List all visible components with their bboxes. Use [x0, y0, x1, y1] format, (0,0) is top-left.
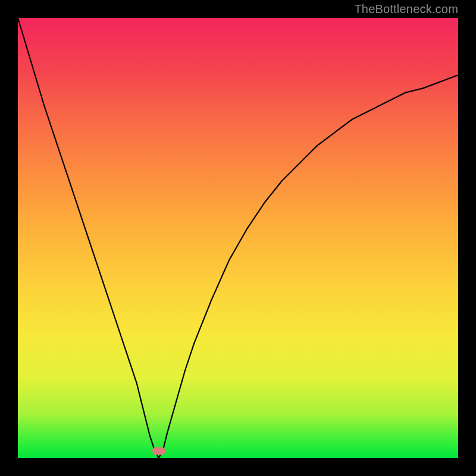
optimal-point-marker [152, 447, 165, 455]
chart-container: TheBottleneck.com [0, 0, 476, 476]
watermark: TheBottleneck.com [354, 2, 458, 16]
plot-area [18, 18, 458, 458]
bottleneck-curve [18, 18, 458, 458]
